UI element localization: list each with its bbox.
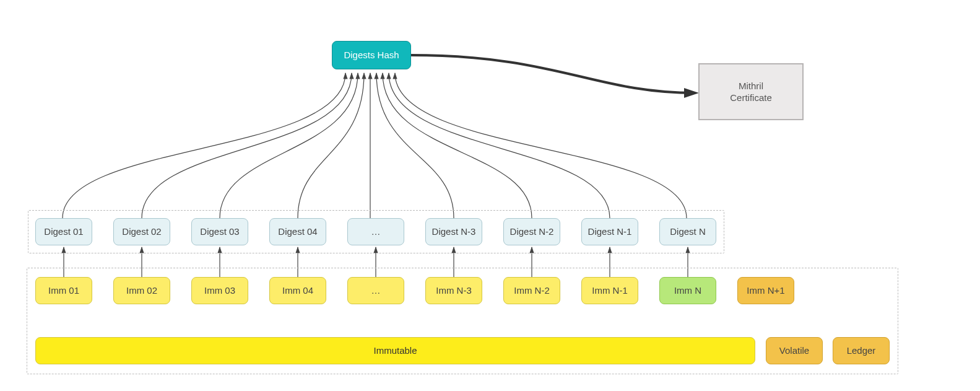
digest-01: Digest 01 — [35, 218, 92, 245]
imm-label: Imm 03 — [204, 284, 235, 297]
imm-label: Imm N-3 — [436, 284, 472, 297]
digest-label: Digest 01 — [44, 226, 83, 238]
imm-03: Imm 03 — [191, 277, 248, 304]
certificate-line1: Mithril — [730, 80, 772, 92]
digest-02: Digest 02 — [113, 218, 170, 245]
imm-label: Imm 02 — [126, 284, 157, 297]
immutable-bar: Immutable — [35, 337, 755, 364]
imm-label: Imm 04 — [282, 284, 313, 297]
imm-label: … — [371, 284, 381, 297]
immutable-label: Immutable — [373, 345, 417, 357]
mithril-certificate-node: Mithril Certificate — [698, 63, 804, 120]
imm-n-1: Imm N-1 — [581, 277, 638, 304]
volatile-label: Volatile — [779, 345, 809, 357]
imm-n-2: Imm N-2 — [503, 277, 560, 304]
imm-n-plus-1: Imm N+1 — [737, 277, 794, 304]
imm-04: Imm 04 — [269, 277, 326, 304]
digest-03: Digest 03 — [191, 218, 248, 245]
ledger-label: Ledger — [847, 345, 876, 357]
digest-label: Digest N-2 — [510, 226, 554, 238]
imm-label: Imm N — [674, 284, 701, 297]
digest-ellipsis: … — [347, 218, 404, 245]
imm-label: Imm N-1 — [592, 284, 628, 297]
digest-label: Digest 02 — [122, 226, 161, 238]
digest-n-3: Digest N-3 — [425, 218, 482, 245]
digest-04: Digest 04 — [269, 218, 326, 245]
ledger-box: Ledger — [833, 337, 890, 364]
digest-label: Digest N-3 — [432, 226, 476, 238]
digest-n-1: Digest N-1 — [581, 218, 638, 245]
digest-n: Digest N — [659, 218, 716, 245]
digest-label: Digest N-1 — [588, 226, 632, 238]
imm-label: Imm N+1 — [747, 284, 784, 297]
digest-label: Digest N — [670, 226, 706, 238]
digest-label: … — [371, 226, 381, 238]
digests-hash-node: Digests Hash — [332, 41, 411, 69]
imm-label: Imm 01 — [48, 284, 79, 297]
digest-n-2: Digest N-2 — [503, 218, 560, 245]
imm-label: Imm N-2 — [514, 284, 550, 297]
certificate-line2: Certificate — [730, 92, 772, 104]
imm-n: Imm N — [659, 277, 716, 304]
imm-01: Imm 01 — [35, 277, 92, 304]
digest-label: Digest 04 — [278, 226, 317, 238]
digests-hash-label: Digests Hash — [344, 49, 399, 61]
volatile-box: Volatile — [766, 337, 823, 364]
imm-n-3: Imm N-3 — [425, 277, 482, 304]
digest-label: Digest 03 — [200, 226, 239, 238]
imm-ellipsis: … — [347, 277, 404, 304]
imm-02: Imm 02 — [113, 277, 170, 304]
